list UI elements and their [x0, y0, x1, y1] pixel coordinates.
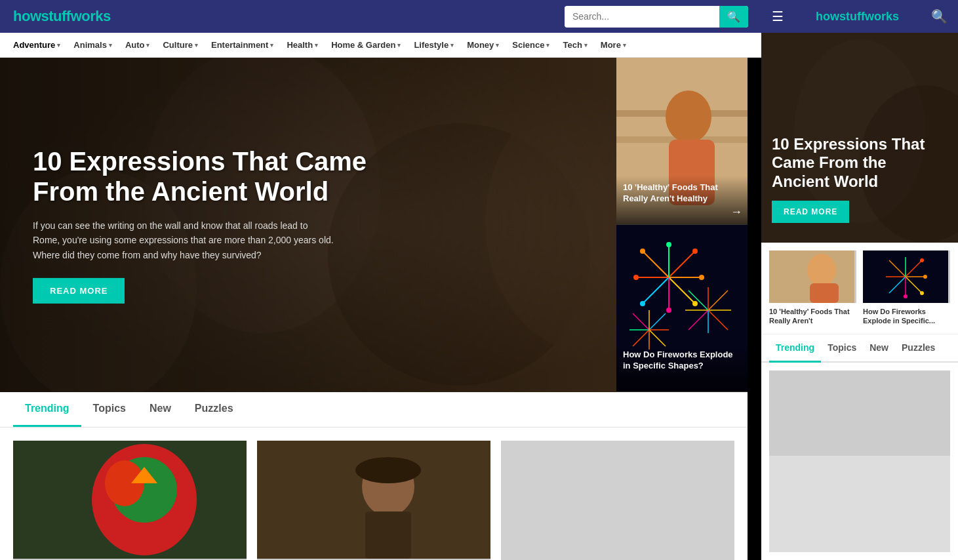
- nav-label: Science: [512, 40, 544, 50]
- svg-point-23: [699, 275, 704, 280]
- card-image-1: [13, 441, 247, 559]
- svg-point-24: [692, 301, 698, 306]
- mobile-mini-card-healthy-image: [769, 250, 856, 303]
- hero-read-more-button[interactable]: READ MORE: [33, 278, 125, 304]
- side-card-title: 10 'Healthy' Foods That Really Aren't He…: [623, 182, 741, 205]
- hero-title: 10 Expressions That Came From the Ancien…: [33, 146, 413, 207]
- mobile-mini-card-healthy[interactable]: 10 'Healthy' Foods That Really Aren't: [769, 250, 856, 326]
- nav-label: More: [601, 40, 621, 50]
- svg-point-62: [807, 254, 836, 287]
- mobile-mini-cards: 10 'Healthy' Foods That Really Aren't: [761, 243, 958, 334]
- chevron-down-icon: ▾: [146, 42, 150, 49]
- nav-item-animals[interactable]: Animals ▾: [67, 33, 119, 58]
- cards-grid: [0, 428, 748, 560]
- nav-item-adventure[interactable]: Adventure ▾: [7, 33, 67, 58]
- nav-item-entertainment[interactable]: Entertainment ▾: [205, 33, 280, 58]
- svg-rect-56: [501, 441, 734, 559]
- svg-point-75: [920, 291, 924, 295]
- mobile-read-more-button[interactable]: READ MORE: [772, 201, 849, 223]
- trending-card-2[interactable]: [257, 441, 490, 560]
- mobile-tab-new[interactable]: New: [863, 334, 895, 363]
- svg-point-25: [666, 308, 671, 313]
- hero-section: 10 Expressions That Came From the Ancien…: [0, 58, 748, 392]
- search-bar: 🔍: [565, 6, 748, 28]
- nav-label: Culture: [163, 40, 193, 50]
- chevron-down-icon: ▾: [315, 42, 318, 49]
- nav-item-more[interactable]: More ▾: [594, 33, 633, 58]
- mini-card-fireworks-svg: [863, 250, 948, 303]
- mobile-mini-card-fireworks[interactable]: How Do Fireworks Explode in Specific...: [863, 250, 950, 326]
- nav-item-home-garden[interactable]: Home & Garden ▾: [325, 33, 407, 58]
- mobile-logo-text: howstuffworks: [816, 10, 899, 23]
- mobile-tabs-bar: Trending Topics New Puzzles: [761, 334, 958, 363]
- hero-description: If you can see the writing on the wall a…: [33, 218, 334, 262]
- svg-point-26: [640, 301, 645, 306]
- svg-point-27: [633, 275, 639, 280]
- svg-point-22: [692, 249, 698, 254]
- search-button[interactable]: 🔍: [719, 6, 748, 28]
- hamburger-icon[interactable]: ☰: [772, 9, 784, 24]
- chevron-down-icon: ▾: [397, 42, 401, 49]
- main-header: howstuffworks 🔍: [0, 0, 761, 33]
- tab-new[interactable]: New: [138, 392, 183, 427]
- svg-point-28: [640, 249, 645, 254]
- mobile-tab-puzzles[interactable]: Puzzles: [895, 334, 942, 363]
- nav-item-auto[interactable]: Auto ▾: [119, 33, 157, 58]
- hero-side-cards: 10 'Healthy' Foods That Really Aren't He…: [616, 58, 748, 392]
- nav-item-health[interactable]: Health ▾: [280, 33, 325, 58]
- nav-item-culture[interactable]: Culture ▾: [156, 33, 205, 58]
- mobile-logo[interactable]: howstuffworks: [816, 10, 899, 24]
- mini-card-healthy-svg: [769, 250, 854, 303]
- search-input[interactable]: [565, 7, 719, 26]
- chevron-down-icon: ▾: [270, 42, 273, 49]
- svg-rect-77: [769, 370, 950, 456]
- nav-label: Animals: [73, 40, 107, 50]
- chevron-down-icon: ▾: [57, 42, 60, 49]
- svg-point-55: [355, 457, 421, 483]
- nav-label: Adventure: [13, 40, 55, 50]
- chevron-down-icon: ▾: [584, 42, 588, 49]
- site-logo[interactable]: howstuffworks: [13, 8, 111, 25]
- chevron-down-icon: ▾: [496, 42, 499, 49]
- svg-rect-63: [810, 283, 839, 303]
- tab-trending[interactable]: Trending: [13, 392, 81, 427]
- chevron-down-icon: ▾: [450, 42, 454, 49]
- nav-label: Money: [467, 40, 494, 50]
- nav-label: Tech: [563, 40, 582, 50]
- nav-item-money[interactable]: Money ▾: [460, 33, 506, 58]
- nav-item-science[interactable]: Science ▾: [506, 33, 556, 58]
- nav-item-lifestyle[interactable]: Lifestyle ▾: [407, 33, 460, 58]
- mobile-bottom-card: [769, 370, 950, 552]
- side-card-fireworks[interactable]: How Do Fireworks Explode in Specific Sha…: [616, 225, 748, 392]
- right-arrow-icon: →: [730, 205, 742, 219]
- nav-label: Home & Garden: [331, 40, 395, 50]
- mobile-header: ☰ howstuffworks 🔍: [761, 0, 958, 33]
- side-card-overlay: 10 'Healthy' Foods That Really Aren't He…: [616, 176, 748, 224]
- chevron-down-icon: ▾: [623, 42, 626, 49]
- hero-content: 10 Expressions That Came From the Ancien…: [33, 146, 413, 304]
- mobile-hero: 10 Expressions That Came From the Ancien…: [761, 33, 958, 243]
- side-card-fireworks-overlay: How Do Fireworks Explode in Specific Sha…: [616, 343, 748, 391]
- mobile-hero-title: 10 Expressions That Came From the Ancien…: [772, 135, 948, 191]
- mobile-bottom-image: [769, 370, 950, 456]
- tab-puzzles[interactable]: Puzzles: [183, 392, 245, 427]
- mobile-overlay: ☰ howstuffworks 🔍 10 Expressions That Ca…: [761, 0, 958, 560]
- mobile-tab-trending[interactable]: Trending: [769, 334, 821, 363]
- nav-label: Entertainment: [211, 40, 268, 50]
- side-card-fireworks-title: How Do Fireworks Explode in Specific Sha…: [623, 350, 741, 372]
- svg-rect-54: [365, 511, 411, 559]
- tabs-bar: Trending Topics New Puzzles: [0, 392, 748, 428]
- chevron-down-icon: ▾: [546, 42, 549, 49]
- side-card-healthy[interactable]: 10 'Healthy' Foods That Really Aren't He…: [616, 58, 748, 225]
- mobile-mini-card-fireworks-image: [863, 250, 950, 303]
- nav-item-tech[interactable]: Tech ▾: [556, 33, 593, 58]
- tabs-section: Trending Topics New Puzzles: [0, 392, 748, 560]
- trending-card-1[interactable]: [13, 441, 247, 560]
- svg-point-74: [923, 275, 927, 279]
- mobile-search-icon[interactable]: 🔍: [931, 9, 948, 24]
- mobile-mini-card-healthy-title: 10 'Healthy' Foods That Really Aren't: [769, 307, 856, 326]
- mobile-hero-content: 10 Expressions That Came From the Ancien…: [772, 135, 948, 223]
- mobile-tab-topics[interactable]: Topics: [821, 334, 863, 363]
- tab-topics[interactable]: Topics: [81, 392, 138, 427]
- trending-card-3: [501, 441, 734, 560]
